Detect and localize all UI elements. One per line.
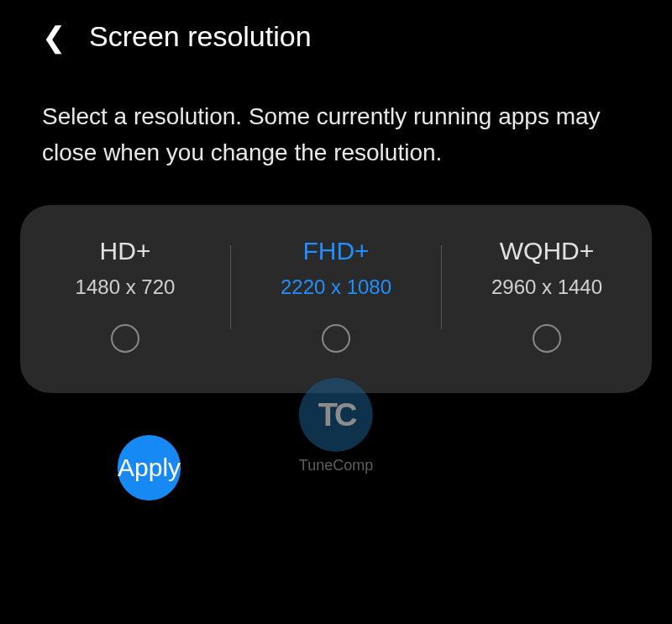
option-label: HD+ xyxy=(100,237,151,265)
resolution-options-panel: HD+ 1480 x 720 FHD+ 2220 x 1080 WQHD+ 29… xyxy=(20,205,652,393)
option-fhd[interactable]: FHD+ 2220 x 1080 xyxy=(231,230,441,359)
radio-icon[interactable] xyxy=(111,324,139,353)
option-hd[interactable]: HD+ 1480 x 720 xyxy=(20,230,230,359)
option-detail: 2960 x 1440 xyxy=(491,275,602,299)
option-wqhd[interactable]: WQHD+ 2960 x 1440 xyxy=(442,230,652,359)
option-detail: 1480 x 720 xyxy=(76,275,176,299)
description-text: Select a resolution. Some currently runn… xyxy=(0,73,672,205)
page-title: Screen resolution xyxy=(89,20,312,53)
apply-button[interactable]: Apply xyxy=(118,435,181,501)
header: ❮ Screen resolution xyxy=(0,0,672,73)
watermark-text: TuneComp xyxy=(299,457,373,475)
back-icon[interactable]: ❮ xyxy=(42,23,66,51)
radio-icon[interactable] xyxy=(533,324,561,353)
option-detail: 2220 x 1080 xyxy=(281,275,391,299)
option-label: FHD+ xyxy=(302,237,369,265)
radio-icon[interactable] xyxy=(322,324,350,353)
option-label: WQHD+ xyxy=(500,237,595,265)
